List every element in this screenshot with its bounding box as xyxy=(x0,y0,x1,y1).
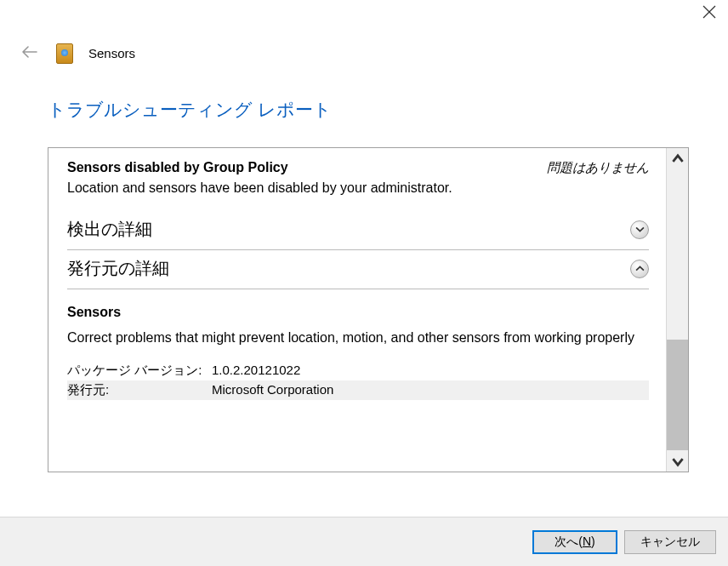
cancel-button[interactable]: キャンセル xyxy=(624,530,716,554)
info-row: 発行元: Microsoft Corporation xyxy=(67,380,649,400)
publisher-section[interactable]: 発行元の詳細 xyxy=(67,250,649,289)
window-title: Sensors xyxy=(88,46,135,60)
publisher-section-title: 発行元の詳細 xyxy=(67,257,169,280)
detection-section-title: 検出の詳細 xyxy=(67,218,152,241)
package-description: Correct problems that might prevent loca… xyxy=(67,329,649,347)
close-button[interactable] xyxy=(702,5,716,19)
scroll-thumb[interactable] xyxy=(667,340,688,450)
scroll-up-button[interactable] xyxy=(667,148,688,169)
scroll-track[interactable] xyxy=(667,169,688,450)
back-arrow-icon xyxy=(19,41,41,66)
info-label: パッケージ バージョン: xyxy=(67,363,212,379)
report-frame: 問題はありません Sensors disabled by Group Polic… xyxy=(48,147,689,472)
chevron-down-icon[interactable] xyxy=(630,220,649,239)
chevron-up-icon[interactable] xyxy=(630,260,649,278)
package-name: Sensors xyxy=(67,305,649,320)
info-value: 1.0.2.20121022 xyxy=(212,363,300,379)
info-row: パッケージ バージョン: 1.0.2.20121022 xyxy=(67,361,649,380)
info-value: Microsoft Corporation xyxy=(212,382,333,398)
issue-status: 問題はありません xyxy=(547,160,649,176)
report-header: トラブルシューティング レポート xyxy=(48,98,689,122)
next-button[interactable]: 次へ(N) xyxy=(532,530,617,554)
issue-description: Location and sensors have been disabled … xyxy=(67,180,649,196)
report-body: 問題はありません Sensors disabled by Group Polic… xyxy=(48,148,666,472)
nav-header: Sensors xyxy=(0,34,728,72)
issue-row: 問題はありません Sensors disabled by Group Polic… xyxy=(67,160,649,175)
titlebar xyxy=(0,0,728,34)
detection-section[interactable]: 検出の詳細 xyxy=(67,211,649,250)
content-area: トラブルシューティング レポート 問題はありません Sensors disabl… xyxy=(0,72,728,472)
info-label: 発行元: xyxy=(67,382,212,398)
scroll-down-button[interactable] xyxy=(667,450,688,472)
wizard-icon xyxy=(56,43,73,64)
publisher-details: Sensors Correct problems that might prev… xyxy=(67,305,649,400)
scrollbar[interactable] xyxy=(666,148,688,472)
button-bar: 次へ(N) キャンセル xyxy=(0,517,728,566)
